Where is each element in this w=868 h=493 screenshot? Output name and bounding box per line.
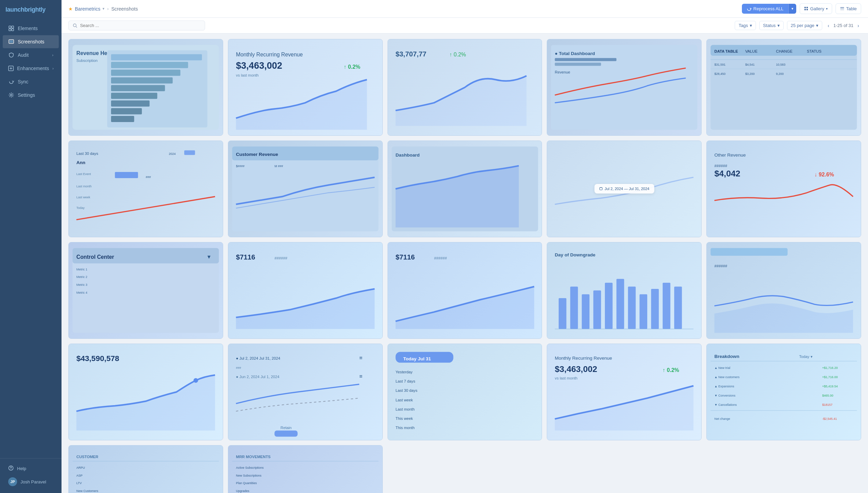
svg-rect-25	[111, 77, 173, 83]
star-icon: ★	[68, 6, 73, 12]
screenshot-card-10[interactable]: Other Revenue ###### $4,042 ↓ 92.6%	[706, 141, 861, 237]
status-label: Status	[763, 23, 776, 28]
mrr3-chart: Monthly Recurring Revenue $3,463,002 ↑ 0…	[547, 344, 701, 440]
screenshot-card-3[interactable]: $3,707,77 ↑ 0.2%	[388, 39, 542, 136]
svg-rect-100	[628, 287, 636, 329]
screenshot-card-12[interactable]: $7116 ######	[228, 242, 383, 339]
svg-rect-23	[111, 62, 188, 68]
svg-text:▼ Cancellations: ▼ Cancellations	[715, 403, 737, 407]
tags-filter[interactable]: Tags ▾	[735, 21, 756, 30]
svg-text:Last week: Last week	[77, 196, 91, 199]
screenshot-card-13[interactable]: $7116 ######	[388, 242, 542, 339]
pagination-text: 1-25 of 31	[833, 23, 854, 28]
svg-rect-16	[840, 10, 844, 10]
screenshot-card-20[interactable]: Breakdown Today ▾ ▲ New trial +$1,716.20…	[706, 344, 861, 440]
svg-text:Active Subscriptions: Active Subscriptions	[236, 466, 264, 469]
svg-text:-$2,545.41: -$2,545.41	[822, 417, 837, 421]
screenshot-card-1[interactable]: Revenue Heatmap Subscription	[68, 39, 223, 136]
user-name: Josh Paravel	[21, 479, 46, 484]
screenshot-card-11[interactable]: Control Center ▾ Metric 1 Metric 2 Metri…	[68, 242, 223, 339]
audit-label: Audit	[18, 52, 29, 58]
sidebar-help[interactable]: Help	[3, 463, 59, 475]
svg-text:2024: 2024	[169, 152, 176, 156]
svg-text:▼ Conversions: ▼ Conversions	[715, 394, 736, 397]
svg-rect-27	[111, 93, 157, 99]
sidebar-item-sync[interactable]: Sync	[3, 75, 59, 88]
search-input[interactable]	[80, 23, 201, 28]
tags-chevron: ▾	[750, 23, 752, 28]
date-overlay: Jul 2, 2024 — Jul 31, 2024	[594, 184, 654, 194]
screenshot-card-18[interactable]: Today Jul 31 Yesterday Last 7 days Last …	[388, 344, 542, 440]
sidebar-item-enhancements[interactable]: Enhancements ›	[3, 62, 59, 75]
screenshot-card-22[interactable]: MRR MOVEMENTS Active Subscriptions New S…	[228, 445, 383, 493]
enhancements-label: Enhancements	[17, 66, 49, 71]
gallery-button[interactable]: Gallery ▾	[800, 3, 832, 14]
sidebar-user[interactable]: JP Josh Paravel	[3, 475, 59, 489]
svg-text:Last 30 days: Last 30 days	[395, 388, 417, 392]
sync-label: Sync	[18, 79, 28, 84]
screenshot-card-16[interactable]: $43,590,578	[68, 344, 223, 440]
svg-text:CUSTOMER: CUSTOMER	[77, 455, 98, 459]
svg-text:Metric 4: Metric 4	[77, 291, 87, 294]
status-filter[interactable]: Status ▾	[759, 21, 784, 30]
svg-rect-96	[582, 294, 590, 329]
screenshot-card-6[interactable]: Last 30 days Ann 2024 Last Event ### Las…	[68, 141, 223, 237]
svg-text:Yesterday: Yesterday	[395, 370, 412, 374]
reprocess-dropdown-button[interactable]: ▾	[788, 4, 796, 14]
sidebar-item-audit[interactable]: Audit ›	[3, 49, 59, 62]
svg-text:Upgrades: Upgrades	[236, 489, 249, 493]
screenshot-card-21[interactable]: CUSTOMER ARPU ASP LTV New Customers Acti…	[68, 445, 223, 493]
next-page-button[interactable]: ›	[855, 22, 861, 29]
topbar: ★ Baremetrics ▾ › Screenshots Reprocess …	[62, 0, 868, 18]
screenshot-card-7[interactable]: Customer Revenue $#### M ###	[228, 141, 383, 237]
svg-rect-101	[640, 294, 648, 329]
screenshot-card-15[interactable]: ######	[706, 242, 861, 339]
svg-rect-3	[12, 29, 14, 31]
svg-rect-39	[555, 58, 616, 61]
screenshot-card-14[interactable]: Day of Downgrade	[547, 242, 702, 339]
svg-text:Last Event: Last Event	[77, 172, 91, 176]
help-icon	[8, 465, 14, 472]
elements-icon	[8, 25, 14, 31]
screenshot-card-9[interactable]: Jul 2, 2024 — Jul 31, 2024	[547, 141, 702, 237]
sidebar-item-settings[interactable]: Settings	[3, 89, 59, 102]
sidebar-item-elements[interactable]: Elements	[3, 22, 59, 35]
screenshot-card-19[interactable]: Monthly Recurring Revenue $3,463,002 ↑ 0…	[547, 344, 702, 440]
sidebar-item-screenshots[interactable]: Screenshots	[3, 35, 59, 48]
user-avatar: JP	[8, 477, 17, 486]
svg-text:######: ######	[715, 264, 728, 268]
svg-text:$31,591: $31,591	[715, 63, 726, 66]
svg-text:↑ 0.2%: ↑ 0.2%	[663, 367, 679, 373]
per-page-chevron: ▾	[816, 23, 818, 28]
svg-text:Revenue: Revenue	[555, 70, 570, 74]
svg-text:$465.00: $465.00	[822, 394, 833, 397]
enhancements-icon	[8, 65, 14, 71]
sidebar-bottom: Help JP Josh Paravel	[0, 458, 62, 493]
svg-text:▲ New customers: ▲ New customers	[715, 375, 740, 379]
line-chart-3: $3,707,77 ↑ 0.2%	[388, 39, 542, 135]
table-button[interactable]: Table	[836, 3, 861, 14]
screenshot-card-2[interactable]: Monthly Recurring Revenue $3,463,002 vs …	[228, 39, 383, 136]
svg-text:+$5,419.54: +$5,419.54	[822, 385, 838, 388]
svg-text:vs last month: vs last month	[555, 376, 578, 380]
topbar-actions: Reprocess ALL ▾ Gallery ▾ Table	[742, 3, 861, 14]
sync-icon	[8, 79, 14, 85]
customer-table-chart: CUSTOMER ARPU ASP LTV New Customers Acti…	[69, 445, 223, 493]
screenshot-card-8[interactable]: Dashboard	[388, 141, 542, 237]
screenshot-card-5[interactable]: DATA TABLE VALUE CHANGE STATUS $31,591 $…	[706, 39, 861, 136]
svg-text:CHANGE: CHANGE	[776, 49, 793, 53]
reprocess-icon	[747, 6, 751, 11]
svg-text:$3,200: $3,200	[745, 72, 755, 76]
breadcrumb-product[interactable]: ★ Baremetrics ▾	[68, 6, 105, 12]
svg-rect-94	[559, 298, 567, 329]
reprocess-button[interactable]: Reprocess ALL	[742, 4, 788, 14]
prev-page-button[interactable]: ‹	[826, 22, 831, 29]
sidebar-nav: Elements Screenshots Audit › Enhancement…	[0, 20, 62, 458]
per-page-filter[interactable]: 25 per page ▾	[787, 21, 822, 30]
svg-text:This month: This month	[395, 426, 415, 430]
screenshot-card-4[interactable]: ● Total Dashboard Revenue	[547, 39, 702, 136]
svg-text:Retain: Retain	[281, 426, 292, 430]
svg-text:VALUE: VALUE	[745, 49, 758, 53]
svg-rect-40	[555, 63, 601, 66]
screenshot-card-17[interactable]: ● Jul 2, 2024 Jul 31, 2024 ≡ ### ● Jun 2…	[228, 344, 383, 440]
